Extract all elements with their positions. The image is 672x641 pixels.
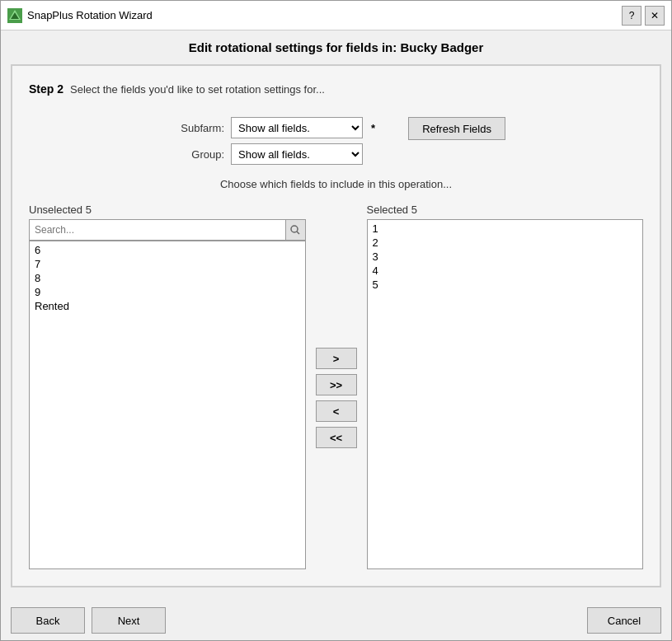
- list-item[interactable]: 7: [30, 257, 305, 271]
- group-row: Group: Show all fields.: [167, 143, 363, 165]
- svg-point-3: [291, 226, 298, 232]
- move-left-button[interactable]: <: [316, 400, 357, 422]
- list-item[interactable]: 9: [30, 285, 305, 299]
- help-button[interactable]: ?: [622, 6, 641, 26]
- subfarm-row: Subfarm: Show all fields. *: [167, 117, 375, 138]
- next-button[interactable]: Next: [92, 607, 166, 634]
- step-label: Step 2: [29, 82, 63, 96]
- required-star: *: [371, 122, 375, 134]
- wizard-body: Step 2 Select the fields you'd like to s…: [11, 64, 661, 587]
- main-window: SnapPlus Rotation Wizard ? ✕ Edit rotati…: [0, 0, 672, 641]
- footer-left: Back Next: [11, 607, 166, 634]
- subfarm-label: Subfarm:: [167, 122, 224, 134]
- close-button[interactable]: ✕: [645, 6, 665, 26]
- list-item[interactable]: 4: [368, 264, 643, 278]
- unselected-header: Unselected 5: [29, 204, 306, 216]
- search-input[interactable]: [30, 220, 285, 240]
- selected-list-box[interactable]: 12345: [367, 219, 644, 569]
- choose-label: Choose which fields to include in this o…: [29, 178, 643, 190]
- filter-rows: Subfarm: Show all fields. * Group: Show …: [167, 117, 375, 165]
- list-item[interactable]: 8: [30, 271, 305, 285]
- main-title: Edit rotational settings for fields in: …: [11, 40, 661, 54]
- dual-list-section: Unselected 5 6789Rented >: [29, 204, 643, 569]
- unselected-list-box[interactable]: 6789Rented: [29, 241, 306, 569]
- list-item[interactable]: 1: [368, 222, 643, 236]
- move-all-right-button[interactable]: >>: [316, 374, 357, 395]
- window-content: Edit rotational settings for fields in: …: [1, 30, 671, 597]
- search-icon: [290, 225, 300, 235]
- footer: Back Next Cancel: [1, 597, 671, 640]
- filter-section: Subfarm: Show all fields. * Group: Show …: [29, 117, 643, 165]
- unselected-panel: Unselected 5 6789Rented: [29, 204, 306, 569]
- list-item[interactable]: 3: [368, 250, 643, 264]
- title-bar: SnapPlus Rotation Wizard ? ✕: [1, 1, 671, 30]
- selected-panel: Selected 5 12345: [367, 204, 644, 569]
- subfarm-select[interactable]: Show all fields.: [231, 117, 363, 138]
- list-item[interactable]: Rented: [30, 299, 305, 313]
- transfer-buttons: > >> < <<: [306, 227, 367, 569]
- group-label: Group:: [167, 148, 224, 161]
- list-item[interactable]: 5: [368, 278, 643, 292]
- step-description: Select the fields you'd like to set rota…: [70, 83, 325, 96]
- selected-header: Selected 5: [367, 204, 644, 216]
- list-item[interactable]: 2: [368, 236, 643, 250]
- step-header: Step 2 Select the fields you'd like to s…: [29, 82, 643, 96]
- group-select[interactable]: Show all fields.: [231, 143, 363, 165]
- move-right-button[interactable]: >: [316, 348, 357, 369]
- title-bar-controls: ? ✕: [622, 6, 665, 26]
- search-container: [29, 219, 306, 241]
- list-item[interactable]: 6: [30, 243, 305, 257]
- refresh-fields-button[interactable]: Refresh Fields: [408, 117, 505, 140]
- svg-line-4: [297, 232, 299, 234]
- app-icon: [7, 8, 22, 23]
- search-icon-button[interactable]: [285, 220, 305, 240]
- move-all-left-button[interactable]: <<: [316, 427, 357, 448]
- cancel-button[interactable]: Cancel: [587, 607, 661, 634]
- back-button[interactable]: Back: [11, 607, 85, 634]
- window-title: SnapPlus Rotation Wizard: [27, 9, 153, 21]
- title-bar-left: SnapPlus Rotation Wizard: [7, 8, 153, 23]
